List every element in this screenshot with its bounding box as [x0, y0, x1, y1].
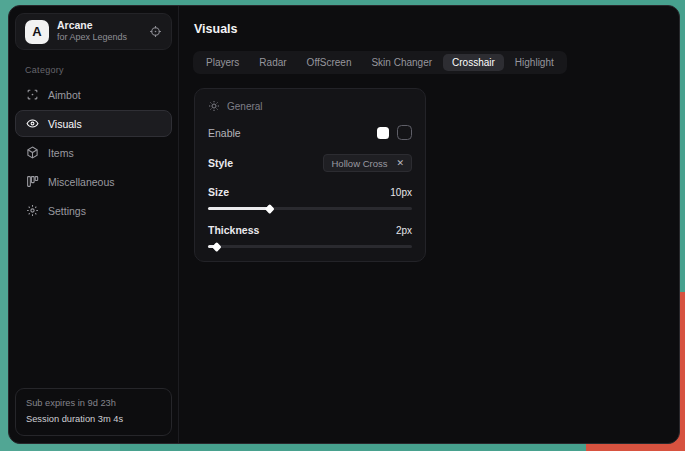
target-icon[interactable]	[149, 25, 162, 38]
sidebar-item-miscellaneous[interactable]: Miscellaneous	[15, 168, 172, 195]
section-header: General	[208, 100, 412, 112]
sidebar-header-card: A Arcane for Apex Legends	[15, 13, 172, 50]
tab-highlight[interactable]: Highlight	[506, 54, 563, 71]
sidebar: A Arcane for Apex Legends Category	[9, 6, 179, 443]
sidebar-item-label: Items	[48, 147, 74, 159]
size-label: Size	[208, 186, 229, 198]
tab-skin-changer[interactable]: Skin Changer	[362, 54, 441, 71]
thickness-row: Thickness 2px	[208, 224, 412, 236]
sub-expiry-text: Sub expires in 9d 23h	[26, 396, 161, 411]
main-content: Visuals Players Radar OffScreen Skin Cha…	[179, 6, 679, 443]
tab-players[interactable]: Players	[197, 54, 248, 71]
enable-row: Enable	[208, 125, 412, 140]
style-chip[interactable]: Hollow Cross ✕	[323, 154, 412, 172]
sidebar-item-aimbot[interactable]: Aimbot	[15, 81, 172, 108]
size-value: 10px	[390, 187, 412, 198]
sidebar-item-label: Settings	[48, 205, 86, 217]
sidebar-nav: Aimbot Visuals Items	[15, 81, 172, 224]
tab-radar[interactable]: Radar	[250, 54, 295, 71]
columns-icon	[26, 175, 39, 188]
sidebar-item-settings[interactable]: Settings	[15, 197, 172, 224]
page-title: Visuals	[194, 22, 665, 36]
visuals-tabbar: Players Radar OffScreen Skin Changer Cro…	[193, 51, 567, 74]
sun-crosshair-icon	[208, 100, 220, 112]
sidebar-item-label: Miscellaneous	[48, 176, 115, 188]
section-title: General	[227, 101, 263, 112]
thickness-slider-handle[interactable]	[212, 242, 222, 252]
sidebar-item-label: Aimbot	[48, 89, 81, 101]
size-slider-handle[interactable]	[265, 204, 275, 214]
scan-crosshair-icon	[26, 88, 39, 101]
style-chip-label: Hollow Cross	[331, 158, 387, 169]
subscription-info-box: Sub expires in 9d 23h Session duration 3…	[15, 388, 172, 436]
eye-icon	[26, 117, 39, 130]
app-title: Arcane	[57, 19, 127, 32]
gear-icon	[26, 204, 39, 217]
app-logo: A	[25, 20, 49, 44]
color-swatch[interactable]	[377, 127, 389, 139]
size-row: Size 10px	[208, 186, 412, 198]
sidebar-item-visuals[interactable]: Visuals	[15, 110, 172, 137]
sidebar-item-items[interactable]: Items	[15, 139, 172, 166]
style-row: Style Hollow Cross ✕	[208, 154, 412, 172]
session-duration-text: Session duration 3m 4s	[26, 412, 161, 427]
tab-offscreen[interactable]: OffScreen	[298, 54, 361, 71]
enable-label: Enable	[208, 127, 241, 139]
app-window: A Arcane for Apex Legends Category	[8, 5, 680, 444]
chip-close-icon[interactable]: ✕	[396, 159, 404, 168]
category-label: Category	[25, 65, 162, 75]
size-slider[interactable]	[208, 207, 412, 210]
thickness-value: 2px	[396, 225, 412, 236]
general-settings-card: General Enable Style Hollow Cross ✕ Size…	[194, 88, 426, 262]
cube-icon	[26, 146, 39, 159]
thickness-slider[interactable]	[208, 245, 412, 248]
enable-checkbox[interactable]	[397, 125, 412, 140]
sidebar-item-label: Visuals	[48, 118, 82, 130]
style-label: Style	[208, 157, 233, 169]
tab-crosshair[interactable]: Crosshair	[443, 54, 504, 71]
app-subtitle: for Apex Legends	[57, 32, 127, 43]
thickness-label: Thickness	[208, 224, 259, 236]
